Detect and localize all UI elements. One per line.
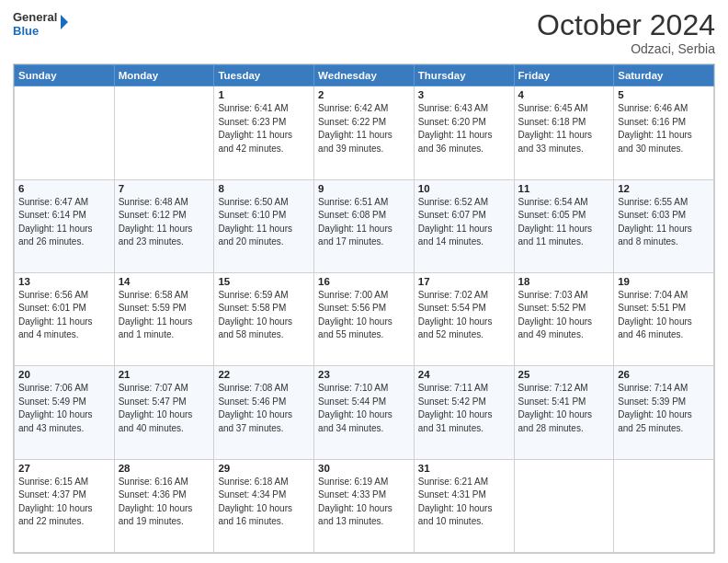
day-number: 31 (418, 463, 510, 474)
day-info: Sunrise: 6:21 AM Sunset: 4:31 PM Dayligh… (418, 476, 510, 529)
calendar-cell: 10Sunrise: 6:52 AM Sunset: 6:07 PM Dayli… (414, 179, 514, 272)
week-row-5: 27Sunrise: 6:15 AM Sunset: 4:37 PM Dayli… (15, 459, 714, 552)
day-info: Sunrise: 7:00 AM Sunset: 5:56 PM Dayligh… (318, 289, 410, 342)
calendar-cell: 17Sunrise: 7:02 AM Sunset: 5:54 PM Dayli… (414, 272, 514, 365)
day-number: 6 (18, 183, 110, 194)
calendar-cell: 14Sunrise: 6:58 AM Sunset: 5:59 PM Dayli… (114, 272, 214, 365)
day-info: Sunrise: 6:59 AM Sunset: 5:58 PM Dayligh… (218, 289, 310, 342)
calendar-cell: 21Sunrise: 7:07 AM Sunset: 5:47 PM Dayli… (114, 366, 214, 459)
day-number: 19 (618, 276, 710, 287)
calendar-cell: 18Sunrise: 7:03 AM Sunset: 5:52 PM Dayli… (514, 272, 614, 365)
day-number: 28 (119, 463, 210, 474)
header: General Blue October 2024 Odzaci, Serbia (13, 9, 715, 56)
day-info: Sunrise: 6:41 AM Sunset: 6:23 PM Dayligh… (218, 102, 310, 155)
day-info: Sunrise: 6:56 AM Sunset: 6:01 PM Dayligh… (18, 289, 110, 342)
week-row-2: 6Sunrise: 6:47 AM Sunset: 6:14 PM Daylig… (15, 179, 714, 272)
calendar-cell (114, 86, 214, 179)
subtitle: Odzaci, Serbia (537, 41, 715, 56)
calendar-cell: 15Sunrise: 6:59 AM Sunset: 5:58 PM Dayli… (214, 272, 314, 365)
day-number: 10 (418, 183, 510, 194)
calendar-cell (514, 459, 614, 552)
calendar-cell: 1Sunrise: 6:41 AM Sunset: 6:23 PM Daylig… (214, 86, 314, 179)
calendar-cell: 28Sunrise: 6:16 AM Sunset: 4:36 PM Dayli… (114, 459, 214, 552)
day-info: Sunrise: 6:55 AM Sunset: 6:03 PM Dayligh… (618, 196, 710, 249)
day-number: 7 (119, 183, 210, 194)
weekday-tuesday: Tuesday (214, 65, 314, 86)
day-number: 8 (218, 183, 310, 194)
day-number: 14 (119, 276, 210, 287)
calendar-body: 1Sunrise: 6:41 AM Sunset: 6:23 PM Daylig… (15, 86, 714, 553)
day-number: 15 (218, 276, 310, 287)
day-number: 11 (518, 183, 610, 194)
week-row-3: 13Sunrise: 6:56 AM Sunset: 6:01 PM Dayli… (15, 272, 714, 365)
calendar-cell: 12Sunrise: 6:55 AM Sunset: 6:03 PM Dayli… (614, 179, 714, 272)
weekday-saturday: Saturday (614, 65, 714, 86)
calendar-cell: 27Sunrise: 6:15 AM Sunset: 4:37 PM Dayli… (15, 459, 115, 552)
weekday-sunday: Sunday (15, 65, 115, 86)
day-number: 4 (518, 89, 610, 100)
weekday-monday: Monday (114, 65, 214, 86)
day-info: Sunrise: 7:02 AM Sunset: 5:54 PM Dayligh… (418, 289, 510, 342)
day-info: Sunrise: 6:16 AM Sunset: 4:36 PM Dayligh… (119, 476, 210, 529)
weekday-thursday: Thursday (414, 65, 514, 86)
calendar-cell: 7Sunrise: 6:48 AM Sunset: 6:12 PM Daylig… (114, 179, 214, 272)
day-info: Sunrise: 7:06 AM Sunset: 5:49 PM Dayligh… (18, 382, 110, 435)
calendar-cell: 2Sunrise: 6:42 AM Sunset: 6:22 PM Daylig… (314, 86, 415, 179)
day-number: 27 (18, 463, 110, 474)
day-info: Sunrise: 7:08 AM Sunset: 5:46 PM Dayligh… (218, 382, 310, 435)
day-info: Sunrise: 6:19 AM Sunset: 4:33 PM Dayligh… (318, 476, 410, 529)
day-number: 1 (218, 89, 310, 100)
calendar-cell: 11Sunrise: 6:54 AM Sunset: 6:05 PM Dayli… (514, 179, 614, 272)
day-number: 12 (618, 183, 710, 194)
weekday-row: SundayMondayTuesdayWednesdayThursdayFrid… (15, 65, 714, 86)
day-number: 3 (418, 89, 510, 100)
day-number: 20 (18, 369, 110, 380)
day-number: 29 (218, 463, 310, 474)
svg-text:Blue: Blue (13, 24, 39, 38)
day-number: 23 (318, 369, 410, 380)
svg-marker-2 (61, 15, 68, 29)
weekday-wednesday: Wednesday (314, 65, 415, 86)
weekday-friday: Friday (514, 65, 614, 86)
day-info: Sunrise: 7:12 AM Sunset: 5:41 PM Dayligh… (518, 382, 610, 435)
calendar-cell (614, 459, 714, 552)
day-number: 17 (418, 276, 510, 287)
day-info: Sunrise: 7:07 AM Sunset: 5:47 PM Dayligh… (119, 382, 210, 435)
logo-svg: General Blue (13, 9, 68, 42)
calendar-cell: 4Sunrise: 6:45 AM Sunset: 6:18 PM Daylig… (514, 86, 614, 179)
day-number: 26 (618, 369, 710, 380)
calendar-cell: 5Sunrise: 6:46 AM Sunset: 6:16 PM Daylig… (614, 86, 714, 179)
day-info: Sunrise: 7:03 AM Sunset: 5:52 PM Dayligh… (518, 289, 610, 342)
day-info: Sunrise: 6:58 AM Sunset: 5:59 PM Dayligh… (119, 289, 210, 342)
day-number: 30 (318, 463, 410, 474)
day-info: Sunrise: 6:47 AM Sunset: 6:14 PM Dayligh… (18, 196, 110, 249)
calendar-cell: 31Sunrise: 6:21 AM Sunset: 4:31 PM Dayli… (414, 459, 514, 552)
day-info: Sunrise: 7:14 AM Sunset: 5:39 PM Dayligh… (618, 382, 710, 435)
calendar-cell: 24Sunrise: 7:11 AM Sunset: 5:42 PM Dayli… (414, 366, 514, 459)
calendar-cell: 20Sunrise: 7:06 AM Sunset: 5:49 PM Dayli… (15, 366, 115, 459)
month-title: October 2024 (537, 9, 715, 41)
day-number: 25 (518, 369, 610, 380)
day-info: Sunrise: 7:11 AM Sunset: 5:42 PM Dayligh… (418, 382, 510, 435)
page: General Blue October 2024 Odzaci, Serbia… (0, 0, 728, 563)
calendar-cell: 22Sunrise: 7:08 AM Sunset: 5:46 PM Dayli… (214, 366, 314, 459)
calendar-cell: 25Sunrise: 7:12 AM Sunset: 5:41 PM Dayli… (514, 366, 614, 459)
calendar-cell: 13Sunrise: 6:56 AM Sunset: 6:01 PM Dayli… (15, 272, 115, 365)
day-info: Sunrise: 6:51 AM Sunset: 6:08 PM Dayligh… (318, 196, 410, 249)
day-info: Sunrise: 6:45 AM Sunset: 6:18 PM Dayligh… (518, 102, 610, 155)
day-number: 16 (318, 276, 410, 287)
title-block: October 2024 Odzaci, Serbia (537, 9, 715, 56)
day-info: Sunrise: 6:43 AM Sunset: 6:20 PM Dayligh… (418, 102, 510, 155)
week-row-4: 20Sunrise: 7:06 AM Sunset: 5:49 PM Dayli… (15, 366, 714, 459)
calendar-cell: 19Sunrise: 7:04 AM Sunset: 5:51 PM Dayli… (614, 272, 714, 365)
day-number: 9 (318, 183, 410, 194)
calendar-cell: 3Sunrise: 6:43 AM Sunset: 6:20 PM Daylig… (414, 86, 514, 179)
week-row-1: 1Sunrise: 6:41 AM Sunset: 6:23 PM Daylig… (15, 86, 714, 179)
calendar-cell: 26Sunrise: 7:14 AM Sunset: 5:39 PM Dayli… (614, 366, 714, 459)
day-info: Sunrise: 6:48 AM Sunset: 6:12 PM Dayligh… (119, 196, 210, 249)
day-info: Sunrise: 6:46 AM Sunset: 6:16 PM Dayligh… (618, 102, 710, 155)
day-number: 13 (18, 276, 110, 287)
day-info: Sunrise: 6:42 AM Sunset: 6:22 PM Dayligh… (318, 102, 410, 155)
calendar-cell: 6Sunrise: 6:47 AM Sunset: 6:14 PM Daylig… (15, 179, 115, 272)
calendar-header: SundayMondayTuesdayWednesdayThursdayFrid… (15, 65, 714, 86)
